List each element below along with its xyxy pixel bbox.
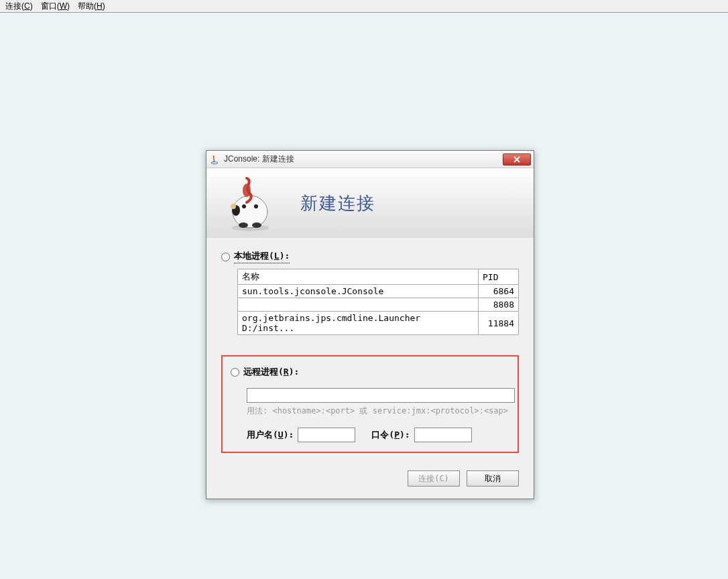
dialog-title: JConsole: 新建连接 — [224, 153, 503, 165]
password-input[interactable] — [414, 428, 472, 442]
cell-name: org.jetbrains.jps.cmdline.Launcher D:/in… — [238, 312, 479, 335]
remote-process-label: 远程进程(R): — [243, 366, 299, 379]
menu-help-key: H — [97, 1, 103, 11]
menu-help[interactable]: 帮助(H) — [74, 0, 109, 13]
table-header-row: 名称 PID — [238, 269, 519, 285]
cell-pid: 11884 — [479, 312, 519, 335]
process-table[interactable]: 名称 PID sun.tools.jconsole.JConsole 6864 … — [237, 269, 519, 335]
menu-window-label: 窗口( — [41, 1, 60, 11]
remote-process-section: 远程进程(R): 用法: <hostname>:<port> 或 service… — [221, 355, 519, 453]
menu-window[interactable]: 窗口(W) — [37, 0, 74, 13]
dialog-header: 新建连接 — [206, 168, 534, 238]
password-label: 口令(P): — [371, 429, 410, 441]
dialog-body: 新建连接 本地进程(L): 名称 PID — [206, 168, 534, 499]
menubar: 连接(C) 窗口(W) 帮助(H) — [0, 0, 728, 13]
svg-point-8 — [239, 222, 248, 228]
col-pid: PID — [479, 269, 519, 285]
cell-name: sun.tools.jconsole.JConsole — [238, 285, 479, 298]
usage-hint: 用法: <hostname>:<port> 或 service:jmx:<pro… — [247, 405, 509, 417]
dialog-button-row: 连接(C) 取消 — [206, 460, 534, 499]
connect-button[interactable]: 连接(C) — [408, 470, 460, 487]
form-area: 本地进程(L): 名称 PID sun.tools.jconsole.JCons… — [206, 238, 534, 460]
close-button[interactable] — [503, 153, 531, 166]
new-connection-dialog: JConsole: 新建连接 — [206, 150, 534, 499]
local-process-label: 本地进程(L): — [234, 250, 290, 263]
menu-connect-label: 连接( — [5, 1, 24, 11]
svg-point-5 — [254, 204, 258, 208]
remote-process-radio[interactable] — [231, 368, 239, 377]
col-name: 名称 — [238, 269, 479, 285]
dialog-titlebar[interactable]: JConsole: 新建连接 — [206, 151, 534, 168]
credentials-row: 用户名(U): 口令(P): — [247, 428, 509, 442]
cell-pid: 8808 — [479, 298, 519, 312]
cancel-button[interactable]: 取消 — [467, 470, 519, 487]
cell-name — [238, 298, 479, 312]
local-process-radio[interactable] — [221, 253, 230, 261]
svg-point-7 — [231, 204, 236, 209]
menu-connect[interactable]: 连接(C) — [1, 0, 37, 13]
local-process-radio-row[interactable]: 本地进程(L): — [221, 250, 519, 263]
dialog-header-title: 新建连接 — [300, 192, 375, 215]
remote-address-input[interactable] — [247, 388, 515, 403]
username-label: 用户名(U): — [247, 429, 294, 441]
content-area: JConsole: 新建连接 — [0, 13, 728, 579]
close-icon — [513, 156, 521, 163]
remote-process-radio-row[interactable]: 远程进程(R): — [231, 366, 509, 379]
svg-point-4 — [242, 204, 246, 208]
java-mascot-icon — [220, 173, 280, 233]
java-icon — [209, 154, 220, 165]
username-input[interactable] — [298, 428, 355, 442]
svg-point-0 — [211, 162, 218, 164]
menu-help-label: 帮助( — [78, 1, 97, 11]
menu-window-key: W — [60, 1, 67, 11]
svg-point-9 — [252, 222, 261, 228]
cell-pid: 6864 — [479, 285, 519, 298]
menu-connect-key: C — [24, 1, 30, 11]
table-row[interactable]: 8808 — [238, 298, 519, 312]
svg-point-3 — [243, 184, 251, 197]
table-row[interactable]: sun.tools.jconsole.JConsole 6864 — [238, 285, 519, 298]
table-row[interactable]: org.jetbrains.jps.cmdline.Launcher D:/in… — [238, 312, 519, 335]
